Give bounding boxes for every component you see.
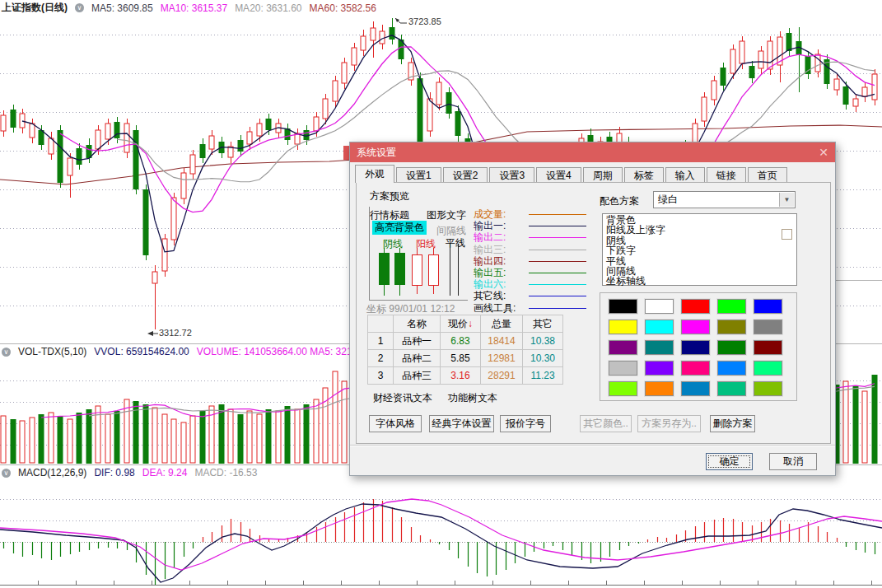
legend-line-7 [529,296,586,296]
color-swatch-0080c0[interactable] [681,381,710,396]
tab-7[interactable]: 输入 [665,167,705,183]
scheme-dropdown[interactable]: 绿白 ▼ [653,191,796,208]
color-swatch-8000ff[interactable] [645,361,674,376]
scheme-value: 绿白 [658,194,678,205]
color-swatch-00c080[interactable] [717,381,746,396]
preview-group-label: 方案预览 [370,189,409,203]
action-button-1[interactable]: 经典字体设置 [429,415,494,432]
collapse-chevron-icon[interactable]: ∨ [75,3,84,12]
preview-wick [433,248,434,254]
tab-2[interactable]: 设置2 [443,167,488,183]
quote-cell: 品种三 [394,367,441,385]
color-swatch-00ffff[interactable] [645,320,674,334]
color-swatch-ffff00[interactable] [609,320,637,334]
color-swatch-80c000[interactable] [754,381,782,396]
dialog-titlebar[interactable]: 系统设置 ✕ [350,142,835,162]
close-icon[interactable]: ✕ [819,142,828,162]
sort-desc-icon: ↓ [468,318,473,329]
scheme-item-1[interactable]: 阳线及上涨字 [606,225,796,235]
scheme-item-6[interactable]: 坐标轴线 [606,276,796,286]
action-button-5[interactable]: 删除方案 [710,415,755,432]
chevron-down-icon[interactable]: ▼ [779,193,794,207]
legend-line-8 [529,308,586,309]
legend-label-3: 输出三: [474,244,506,255]
dif-value: DIF: 0.98 [94,467,134,478]
macd-value: MACD: -16.53 [194,467,257,478]
legend-label-4: 输出四: [474,255,506,267]
tab-9[interactable]: 首页 [748,167,787,183]
ma10-value: MA10: 3615.37 [161,2,227,14]
quote-cell: 10.38 [523,333,563,350]
preview-down-candle [379,253,390,285]
legend-line-2 [529,237,586,238]
tab-5[interactable]: 周期 [583,167,623,183]
legend-label-7: 其它线: [474,290,506,301]
color-swatch-00ff80[interactable] [754,361,782,376]
quote-cell: 品种一 [394,333,441,350]
tab-6[interactable]: 标签 [624,167,664,183]
legend-label-0: 成交量: [474,208,506,220]
color-swatch-ff00ff[interactable] [681,320,710,334]
ok-button[interactable]: 确定 [706,453,753,470]
color-swatch-808080[interactable] [754,320,782,334]
vol-title: VOL-TDX(5,10) [18,346,86,357]
color-swatch-ff8000[interactable] [645,381,674,396]
color-swatch-c0c0c0[interactable] [609,361,637,376]
preview-flat-label: 平线 [446,236,465,250]
tab-1[interactable]: 设置1 [396,167,441,183]
cancel-button[interactable]: 取消 [769,453,817,470]
functree-text-label: 功能树文本 [448,391,497,405]
preview-wick [417,248,418,254]
action-button-2[interactable]: 报价字号 [500,415,551,432]
tab-0[interactable]: 外观 [355,165,394,183]
finance-text-label: 财经资讯文本 [373,391,432,405]
collapse-chevron-icon[interactable]: ∨ [2,348,11,357]
macd-title: MACD(12,26,9) [18,467,86,478]
color-swatch-008000[interactable] [717,340,746,355]
quote-row-2: 2品种二5.851298110.30 [368,350,563,367]
color-swatch-0000ff[interactable] [754,299,782,314]
color-swatch-ff0080[interactable] [681,361,710,376]
scheme-item-3[interactable]: 下跌字 [606,245,796,255]
quote-cell: 品种二 [394,350,441,367]
legend-label-6: 输出六: [474,278,506,290]
preview-wick [417,286,418,294]
legend-label-1: 输出一: [474,220,506,231]
tab-3[interactable]: 设置3 [489,167,534,183]
color-swatch-000000[interactable] [609,299,637,314]
preview-wick [399,285,400,296]
color-swatch-ff0000[interactable] [681,299,710,314]
color-swatch-800000[interactable] [754,340,782,355]
action-button-4: 方案另存为.. [637,415,701,432]
quote-col-header-2: 现价↓ [441,315,481,333]
color-swatch-ffffff[interactable] [645,299,674,314]
quote-cell: 1 [368,333,394,350]
color-swatch-80ff00[interactable] [609,381,637,396]
color-swatch-0080ff[interactable] [717,361,746,376]
symbol-header: 上证指数(日线) ∨ MA5: 3609.85 MA10: 3615.37 MA… [2,1,376,15]
quote-cell: 11.23 [523,367,563,385]
tab-8[interactable]: 链接 [707,167,746,183]
volume-value: VOLUME: 141053664.00 MA5: 321 [197,346,352,357]
collapse-chevron-icon[interactable]: ∨ [2,469,11,478]
quote-table: 名称现价↓总量其它1品种一6.831841410.382品种二5.8512981… [367,315,563,385]
scheme-item-list[interactable]: 背景色阳线及上涨字阴线下跌字平线间隔线坐标轴线 [602,213,797,286]
legend-line-0 [529,214,586,215]
quote-cell: 3 [368,367,394,385]
preview-graph-text: 图形文字 [427,208,466,222]
color-swatch-00ff00[interactable] [717,299,746,314]
color-swatch-008080[interactable] [645,340,674,355]
quote-cell: 5.85 [441,350,481,367]
preview-wick [384,285,385,296]
scheme-label: 配色方案 [600,194,639,208]
action-button-0[interactable]: 字体风格 [369,415,422,432]
color-swatch-000080[interactable] [681,340,710,355]
quote-col-header-4: 其它 [523,315,563,333]
vvol-value: VVOL: 659154624.00 [94,346,189,357]
tab-4[interactable]: 设置4 [536,167,581,183]
legend-label-5: 输出五: [474,267,506,278]
preview-up-candle [428,254,439,286]
color-swatch-800080[interactable] [609,340,637,355]
color-swatch-808000[interactable] [717,320,746,334]
quote-col-header-0 [368,315,394,333]
